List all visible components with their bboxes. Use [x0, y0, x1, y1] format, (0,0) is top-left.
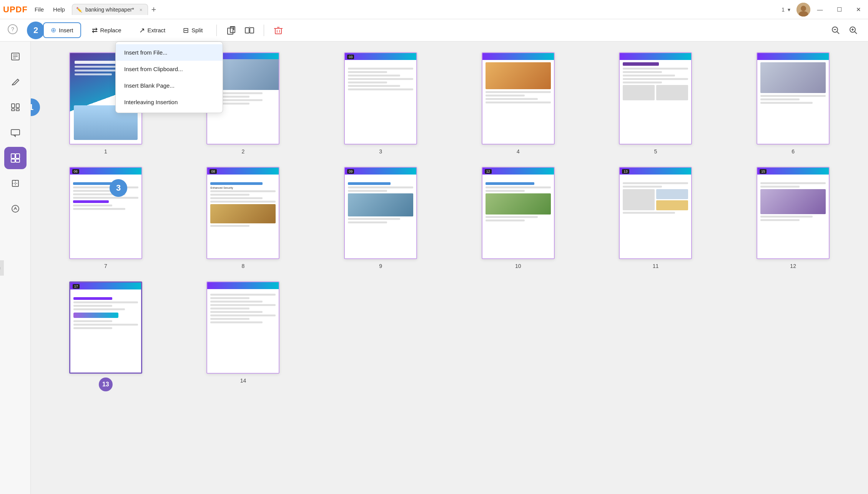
menu-bar: File Help [35, 6, 65, 13]
svg-rect-26 [12, 104, 15, 108]
insert-button[interactable]: ⊕ Insert [43, 22, 81, 38]
toolbar: ? 2 ⊕ Insert ⇄ Replace ↗ Extract ⊟ Split [0, 19, 868, 42]
page-thumb-7[interactable]: 06 [69, 167, 142, 259]
sidebar-item-organize[interactable] [4, 96, 27, 118]
replace-button[interactable]: ⇄ Replace [85, 23, 128, 38]
extract-icon: ↗ [139, 26, 145, 35]
svg-rect-33 [11, 159, 15, 162]
sidebar-item-watermark[interactable] [4, 198, 27, 220]
page-cell-10: 12 10 [455, 167, 582, 269]
page-cell-3: 03 3 [317, 52, 444, 155]
insert-dropdown-menu: Insert from File... Insert from Clipboar… [115, 42, 223, 113]
toolbar-separator-2 [264, 25, 264, 36]
page-thumb-6[interactable] [757, 52, 830, 145]
page-cell-14: 14 [180, 281, 307, 391]
titlebar: UPDF File Help ✏️ banking whitepaper* × … [0, 0, 868, 19]
tab-edit-icon: ✏️ [76, 7, 82, 13]
sidebar-item-thumbnails[interactable] [4, 147, 27, 169]
svg-rect-32 [16, 154, 20, 158]
svg-rect-34 [16, 159, 20, 162]
minimize-button[interactable]: — [810, 0, 830, 19]
page-label-11: 11 [653, 263, 659, 269]
new-tab-button[interactable]: + [151, 5, 156, 15]
svg-line-21 [855, 32, 857, 34]
page-cell-5: 5 [592, 52, 719, 155]
tab-close-button[interactable]: × [140, 7, 143, 13]
page-label-9: 9 [379, 263, 382, 269]
zoom-in-button[interactable] [846, 23, 860, 37]
page-rotate-button[interactable] [224, 23, 238, 38]
menu-help[interactable]: Help [53, 6, 65, 13]
page-count-display: 1 [782, 7, 785, 13]
page-count-arrow: ▾ [788, 7, 790, 13]
maximize-button[interactable]: ☐ [830, 0, 849, 19]
page-thumb-8[interactable]: 08 Enhanced Security [206, 167, 279, 259]
svg-text:?: ? [11, 26, 14, 32]
page-thumb-14[interactable] [206, 281, 279, 374]
page-label-3: 3 [379, 148, 382, 155]
tab-title: banking whitepaper* [85, 7, 134, 13]
menu-file[interactable]: File [35, 6, 44, 13]
left-sidebar: ‹ [0, 42, 31, 494]
step-2-circle: 2 [27, 22, 45, 39]
page-label-10: 10 [515, 263, 521, 269]
page-label-2: 2 [242, 148, 245, 155]
split-icon: ⊟ [183, 26, 189, 35]
svg-rect-7 [245, 28, 249, 33]
step-1-circle: 1 [31, 98, 40, 116]
insert-from-clipboard-item[interactable]: Insert from Clipboard... [116, 61, 223, 77]
zoom-out-button[interactable] [829, 23, 843, 37]
split-button[interactable]: ⊟ Split [176, 23, 210, 38]
svg-rect-28 [12, 109, 15, 111]
interleaving-insertion-item[interactable]: Interleaving Insertion [116, 94, 223, 110]
user-avatar[interactable] [796, 3, 810, 17]
sidebar-item-read[interactable] [4, 45, 27, 68]
replace-icon: ⇄ [92, 26, 98, 35]
page-cell-8: 08 Enhanced Security [180, 167, 307, 269]
page-label-6: 6 [792, 148, 795, 155]
extract-button[interactable]: ↗ Extract [132, 23, 173, 38]
page-label-5: 5 [654, 148, 657, 155]
svg-rect-8 [250, 28, 254, 33]
help-button[interactable]: ? [8, 24, 18, 36]
page-cell-6: 6 [730, 52, 856, 155]
page-label-14: 14 [240, 378, 246, 384]
svg-rect-29 [16, 109, 19, 111]
close-button[interactable]: ✕ [849, 0, 868, 19]
svg-rect-31 [11, 154, 15, 158]
step-3-circle: 3 [110, 179, 127, 197]
svg-point-1 [801, 6, 806, 11]
document-tab[interactable]: ✏️ banking whitepaper* × [72, 4, 148, 15]
page-thumb-3[interactable]: 03 [344, 52, 417, 145]
insert-blank-page-item[interactable]: Insert Blank Page... [116, 77, 223, 94]
page-thumb-11[interactable]: 13 [619, 167, 692, 259]
sidebar-collapse-button[interactable]: ‹ [0, 260, 4, 276]
sidebar-item-crop[interactable] [4, 172, 27, 195]
page-thumb-12[interactable]: 15 [757, 167, 830, 259]
page-label-1: 1 [104, 148, 107, 155]
app-logo: UPDF [3, 5, 28, 15]
window-controls: — ☐ ✕ [810, 0, 868, 19]
delete-button[interactable] [271, 23, 286, 38]
page-label-8: 8 [242, 263, 245, 269]
page-cell-4: 4 [455, 52, 582, 155]
page-label-7: 7 [104, 263, 107, 269]
sidebar-item-comments[interactable] [4, 121, 27, 144]
step2-insert-group: 2 ⊕ Insert [27, 22, 81, 39]
toolbar-separator-1 [216, 25, 217, 36]
page-thumb-9[interactable]: 09 [344, 167, 417, 259]
page-thumb-5[interactable] [619, 52, 692, 145]
page-thumb-13[interactable]: 17 [69, 281, 142, 374]
insert-plus-icon: ⊕ [51, 26, 56, 34]
page-thumb-10[interactable]: 12 [482, 167, 555, 259]
page-thumb-4[interactable] [482, 52, 555, 145]
page-mirror-button[interactable] [242, 23, 257, 38]
page-cell-7: 06 7 [42, 167, 169, 269]
page-label-12: 12 [790, 263, 796, 269]
page-label-4: 4 [517, 148, 520, 155]
sidebar-item-edit[interactable] [4, 71, 27, 93]
svg-rect-10 [275, 28, 281, 34]
insert-from-file-item[interactable]: Insert from File... [116, 44, 223, 61]
svg-line-17 [837, 32, 840, 34]
svg-rect-30 [11, 130, 20, 135]
